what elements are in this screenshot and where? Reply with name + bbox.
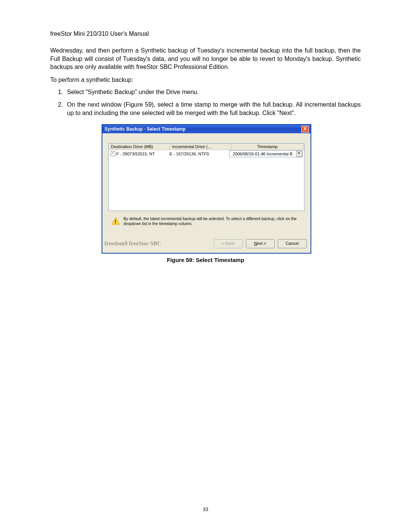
timestamp-list: Destination Drive (MB) Incremental Drive…	[108, 143, 304, 211]
next-button[interactable]: Next >	[246, 239, 275, 248]
cell-destination-text: F - 28073/52015, NT	[116, 151, 155, 157]
hint-text: By default, the latest incremental backu…	[124, 216, 301, 226]
dialog-titlebar[interactable]: Synthetic Backup - Select Timestamp X	[102, 125, 311, 133]
brand-label: freedom9 freeStor SBC	[105, 240, 211, 247]
timestamp-dropdown[interactable]: 2006/08/18-01:46 Incremental B ▼	[229, 150, 303, 157]
synthetic-backup-dialog: Synthetic Backup - Select Timestamp X De…	[102, 124, 311, 254]
checkbox-icon[interactable]: ✓	[110, 151, 115, 156]
chevron-down-icon[interactable]: ▼	[296, 151, 302, 157]
instruction-line: To perform a synthetic backup:	[50, 77, 361, 83]
timestamp-value: 2006/08/18-01:46 Incremental B	[229, 151, 296, 157]
warning-icon: !	[112, 217, 120, 225]
column-timestamp[interactable]: Timestamp	[231, 144, 304, 150]
manual-header: freeStor Mini 210/310 User's Manual	[50, 30, 361, 37]
close-icon[interactable]: X	[301, 126, 309, 133]
table-row[interactable]: ✓ F - 28073/52015, NT E - 167/26136, NTF…	[109, 150, 304, 158]
cancel-button[interactable]: Cancel	[278, 239, 307, 248]
step-2: On the next window (Figure 59), select a…	[65, 101, 361, 117]
step-1: Select "Synthetic Backup" under the Driv…	[65, 88, 361, 96]
cell-timestamp: 2006/08/18-01:46 Incremental B ▼	[228, 150, 304, 158]
column-destination-drive[interactable]: Destination Drive (MB)	[109, 144, 170, 150]
cell-incremental: E - 167/26136, NTFS	[168, 150, 228, 158]
dialog-title: Synthetic Backup - Select Timestamp	[105, 126, 301, 132]
steps-list: Select "Synthetic Backup" under the Driv…	[50, 88, 361, 117]
column-incremental-drive[interactable]: Incremental Drive (…	[170, 144, 231, 150]
body-paragraph: Wednesday, and then perform a Synthetic …	[50, 46, 361, 71]
page-number: 33	[0, 506, 411, 512]
cell-destination: ✓ F - 28073/52015, NT	[109, 150, 168, 158]
back-button: < Back	[214, 239, 243, 248]
figure-caption: Figure 59: Select Timestamp	[102, 257, 310, 263]
